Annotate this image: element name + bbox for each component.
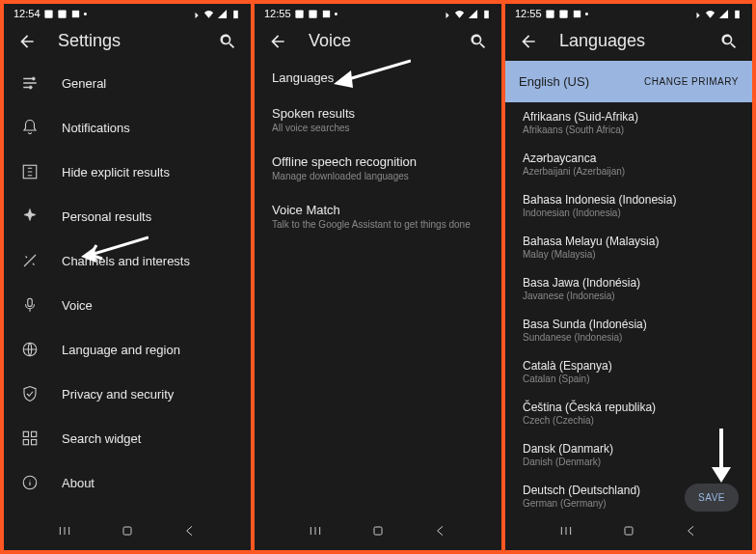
menu-label: Channels and interests: [62, 254, 190, 268]
back-arrow-icon: [17, 32, 37, 51]
lang-en: Javanese (Indonesia): [523, 291, 735, 301]
home-button[interactable]: [370, 523, 386, 542]
menu-general[interactable]: General: [4, 61, 251, 105]
back-arrow-icon: [519, 32, 538, 51]
search-button[interactable]: [469, 32, 488, 51]
clock: 12:55: [515, 8, 542, 19]
signal-icon: [718, 9, 729, 19]
menu-about[interactable]: About: [4, 460, 251, 505]
item-title: Voice Match: [272, 203, 484, 217]
app-bar: Languages: [505, 21, 752, 61]
back-button[interactable]: [519, 32, 538, 51]
lang-item[interactable]: Afrikaans (Suid-Afrika)Afrikaans (South …: [505, 102, 752, 144]
menu-privacy[interactable]: Privacy and security: [4, 372, 251, 416]
page-title: Languages: [559, 31, 698, 51]
search-icon: [469, 32, 488, 51]
wifi-icon: [454, 9, 465, 19]
recents-button[interactable]: [57, 523, 72, 542]
phone-languages: 12:55 • Languages English (US) CHANGE PR…: [505, 4, 752, 550]
lang-en: Danish (Denmark): [523, 457, 735, 467]
menu-widget[interactable]: Search widget: [4, 416, 251, 460]
menu-personal[interactable]: Personal results: [4, 194, 251, 238]
gallery-icon: [294, 9, 305, 19]
wifi-icon: [705, 9, 716, 19]
gallery-icon: [43, 9, 54, 19]
signal-icon: [217, 9, 228, 19]
lang-item[interactable]: Català (Espanya)Catalan (Spain): [505, 351, 752, 393]
battery-icon: [481, 9, 492, 19]
recents-button[interactable]: [308, 523, 323, 542]
voice-spoken-results[interactable]: Spoken results All voice searches: [255, 97, 501, 145]
status-bar: 12:55 •: [505, 4, 752, 21]
recents-button[interactable]: [558, 523, 574, 542]
sliders-icon: [21, 74, 39, 92]
nav-bar: [255, 513, 501, 550]
lang-name: Azərbaycanca: [523, 152, 735, 165]
item-sub: Talk to the Google Assistant to get thin…: [272, 219, 484, 230]
bell-icon: [21, 119, 39, 136]
status-right: [691, 9, 742, 19]
wifi-icon: [203, 9, 214, 19]
back-button[interactable]: [268, 32, 287, 51]
change-primary-button[interactable]: CHANGE PRIMARY: [644, 76, 739, 87]
search-icon: [218, 32, 237, 51]
bluetooth-icon: [190, 9, 201, 19]
item-title: Spoken results: [272, 106, 484, 121]
back-nav-button[interactable]: [182, 523, 198, 542]
status-left: 12:55 •: [515, 8, 588, 19]
lang-name: Čeština (Česká republika): [523, 401, 735, 414]
back-nav-button[interactable]: [433, 523, 448, 542]
search-button[interactable]: [218, 32, 237, 51]
menu-explicit[interactable]: Hide explicit results: [4, 150, 251, 194]
wand-icon: [21, 252, 39, 269]
app-icon: [558, 9, 569, 19]
lang-item[interactable]: Čeština (Česká republika)Czech (Czechia): [505, 393, 752, 434]
search-icon: [719, 32, 739, 51]
back-nav-button[interactable]: [684, 523, 699, 542]
voice-offline[interactable]: Offline speech recognition Manage downlo…: [255, 145, 501, 193]
lang-en: Indonesian (Indonesia): [523, 208, 735, 218]
svg-rect-18: [546, 10, 554, 17]
phone-settings: 12:54 • Settings General Notification: [4, 4, 251, 550]
voice-languages[interactable]: Languages: [255, 61, 501, 97]
back-button[interactable]: [17, 32, 37, 51]
menu-label: Language and region: [62, 343, 180, 357]
menu-channels[interactable]: Channels and interests: [4, 238, 251, 283]
save-button[interactable]: SAVE: [685, 484, 739, 512]
svg-point-4: [29, 86, 32, 89]
languages-list[interactable]: English (US) CHANGE PRIMARY Afrikaans (S…: [505, 61, 752, 513]
voice-match[interactable]: Voice Match Talk to the Google Assistant…: [255, 193, 501, 241]
battery-icon: [732, 9, 742, 19]
settings-list: General Notifications Hide explicit resu…: [4, 61, 251, 513]
home-button[interactable]: [621, 523, 636, 542]
lang-item[interactable]: Bahasa Melayu (Malaysia)Malay (Malaysia): [505, 227, 752, 268]
primary-name: English (US): [519, 74, 589, 89]
app-icon-2: [70, 9, 81, 19]
item-title: Offline speech recognition: [272, 154, 484, 169]
lang-item[interactable]: Dansk (Danmark)Danish (Denmark): [505, 434, 752, 476]
menu-notifications[interactable]: Notifications: [4, 105, 251, 150]
svg-rect-20: [735, 10, 740, 17]
lang-name: Basa Jawa (Indonésia): [523, 276, 735, 290]
svg-rect-11: [32, 440, 37, 445]
home-button[interactable]: [120, 523, 135, 542]
svg-rect-1: [58, 10, 66, 17]
widget-icon: [21, 429, 39, 447]
lang-item[interactable]: AzərbaycancaAzerbaijani (Azerbaijan): [505, 144, 752, 185]
lang-item[interactable]: Basa Sunda (Indonésia)Sundanese (Indones…: [505, 310, 752, 351]
menu-label: Voice: [62, 298, 93, 313]
primary-language[interactable]: English (US) CHANGE PRIMARY: [505, 61, 752, 102]
status-right: [441, 9, 492, 19]
more-notifications: •: [335, 8, 338, 19]
lang-name: Dansk (Danmark): [523, 442, 735, 456]
lang-item[interactable]: Basa Jawa (Indonésia)Javanese (Indonesia…: [505, 268, 752, 310]
menu-voice[interactable]: Voice: [4, 283, 251, 327]
menu-label: General: [62, 76, 106, 91]
menu-language[interactable]: Language and region: [4, 327, 251, 372]
svg-rect-8: [23, 431, 28, 436]
more-notifications: •: [84, 8, 88, 19]
lang-item[interactable]: Bahasa Indonesia (Indonesia)Indonesian (…: [505, 185, 752, 227]
item-sub: All voice searches: [272, 123, 484, 133]
search-button[interactable]: [719, 32, 739, 51]
app-icon-2: [572, 9, 582, 19]
